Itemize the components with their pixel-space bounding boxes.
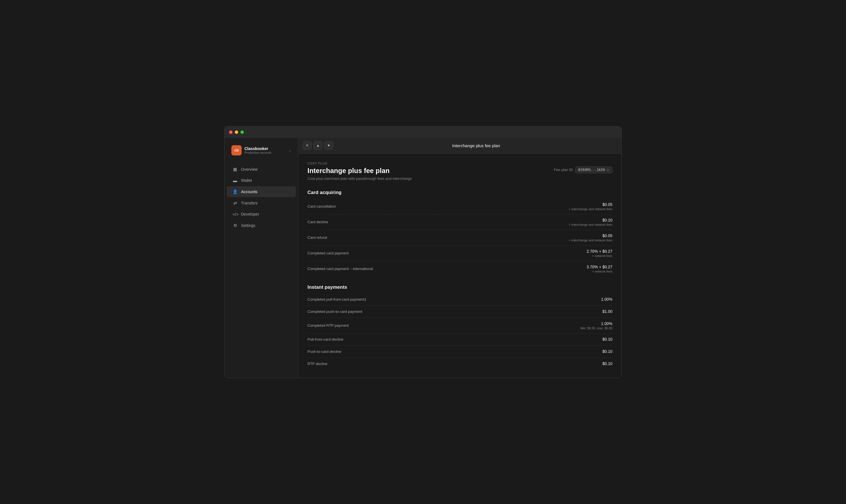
fee-sub: + interchange and network fees xyxy=(569,223,612,226)
fee-label: Pull-from-card decline xyxy=(308,337,343,341)
sidebar: cb Classbooker Production account ⌄ ▦ Ov… xyxy=(225,138,298,378)
transfers-icon: ⇄ xyxy=(232,200,238,205)
account-logo: cb xyxy=(231,145,242,156)
sidebar-item-wallet[interactable]: ▬ Wallet xyxy=(227,175,296,186)
fee-label: Card decline xyxy=(308,220,328,224)
fee-amount: $0.10 xyxy=(569,218,612,222)
sidebar-item-developer[interactable]: </> Developer xyxy=(227,209,296,219)
fee-row-pull-decline: Pull-from-card decline $0.10 xyxy=(308,334,612,346)
main-content: ✕ ▲ ▼ Interchange plus fee plan COST PLU… xyxy=(298,138,621,378)
fee-row-card-cancellation: Card cancellation $0.05 + interchange an… xyxy=(308,199,612,214)
fee-plan-id-text: B39XM3...1KX9 xyxy=(578,168,605,172)
panel-title: Interchange plus fee plan xyxy=(335,143,617,148)
fee-amount: $0.05 xyxy=(569,233,612,238)
sidebar-nav: ▦ Overview ▬ Wallet 👤 Accounts ⇄ Transfe… xyxy=(225,164,298,231)
wallet-icon: ▬ xyxy=(232,178,238,183)
account-selector[interactable]: cb Classbooker Production account ⌄ xyxy=(227,142,296,158)
close-panel-button[interactable]: ✕ xyxy=(303,141,311,150)
fee-value: 2.70% + $0.27 + network fees xyxy=(587,249,612,257)
fee-value: $0.10 xyxy=(602,337,612,342)
fee-amount: $1.00 xyxy=(602,309,612,314)
fee-amount: $0.05 xyxy=(569,202,612,207)
sidebar-item-accounts[interactable]: 👤 Accounts xyxy=(227,186,296,197)
fee-label: Completed push-to-card payment xyxy=(308,309,362,314)
fee-amount: 2.70% + $0.27 xyxy=(587,249,612,254)
plan-badge: COST PLUS xyxy=(308,162,612,165)
fee-value: 1.00% Min: $0.50, max: $5.00 xyxy=(581,321,612,330)
app-layout: cb Classbooker Production account ⌄ ▦ Ov… xyxy=(225,138,621,378)
sidebar-item-transfers[interactable]: ⇄ Transfers xyxy=(227,198,296,209)
account-type: Production account xyxy=(244,151,286,154)
fee-amount: $0.10 xyxy=(602,337,612,341)
card-acquiring-table: Card cancellation $0.05 + interchange an… xyxy=(308,199,612,276)
fee-label: RTP decline xyxy=(308,362,327,366)
fee-label: Card cancellation xyxy=(308,204,336,209)
card-acquiring-section: Card acquiring Card cancellation $0.05 +… xyxy=(308,190,612,276)
sidebar-item-label: Transfers xyxy=(241,201,258,205)
fee-plan-id-value: B39XM3...1KX9 ⧉ xyxy=(575,166,612,173)
close-button[interactable] xyxy=(229,130,232,134)
navigate-up-button[interactable]: ▲ xyxy=(314,141,322,150)
title-bar xyxy=(225,126,621,138)
navigate-down-button[interactable]: ▼ xyxy=(325,141,333,150)
sidebar-item-label: Wallet xyxy=(241,178,252,183)
fee-sub: Min: $0.50, max: $5.00 xyxy=(581,326,612,330)
sidebar-item-overview[interactable]: ▦ Overview xyxy=(227,164,296,175)
overview-icon: ▦ xyxy=(232,167,238,172)
panel-header: ✕ ▲ ▼ Interchange plus fee plan xyxy=(298,138,621,154)
minimize-button[interactable] xyxy=(235,130,238,134)
app-window: cb Classbooker Production account ⌄ ▦ Ov… xyxy=(224,126,622,378)
account-name: Classbooker xyxy=(244,146,286,151)
fee-value: $1.00 xyxy=(602,309,612,314)
settings-icon: ⚙ xyxy=(232,223,238,228)
fee-row-pull-from-card: Completed pull-from-card payment1 1.00% xyxy=(308,293,612,306)
fee-amount: 1.00% xyxy=(601,297,612,302)
fee-value: $0.10 xyxy=(602,361,612,366)
fee-value: $0.05 + interchange and network fees xyxy=(569,233,612,242)
fee-sub: + network fees xyxy=(587,254,612,257)
instant-payments-table: Completed pull-from-card payment1 1.00% … xyxy=(308,293,612,370)
fee-row-card-decline: Card decline $0.10 + interchange and net… xyxy=(308,214,612,230)
fee-amount: 3.70% + $0.27 xyxy=(587,265,612,269)
instant-payments-section: Instant payments Completed pull-from-car… xyxy=(308,285,612,370)
sidebar-item-label: Overview xyxy=(241,167,258,172)
fee-value: 1.00% xyxy=(601,297,612,302)
fee-row-rtp-decline: RTP decline $0.10 xyxy=(308,358,612,370)
fee-row-completed-card: Completed card payment 2.70% + $0.27 + n… xyxy=(308,246,612,261)
fee-label: Completed card payment xyxy=(308,251,349,255)
card-acquiring-title: Card acquiring xyxy=(308,190,612,195)
fee-amount: $0.10 xyxy=(602,361,612,366)
fee-plan-id-container: Fee plan ID B39XM3...1KX9 ⧉ xyxy=(554,166,612,173)
plan-header: COST PLUS Interchange plus fee plan Cost… xyxy=(308,162,612,181)
fee-plan-id-label: Fee plan ID xyxy=(554,168,573,172)
sidebar-item-label: Developer xyxy=(241,212,259,216)
fee-label: Completed RTP payment xyxy=(308,323,349,328)
accounts-icon: 👤 xyxy=(232,189,238,194)
fee-value: $0.10 + interchange and network fees xyxy=(569,218,612,226)
fee-value: $0.05 + interchange and network fees xyxy=(569,202,612,211)
fee-value: 3.70% + $0.27 + network fees xyxy=(587,265,612,273)
plan-description: Cost-plus merchant plan with passthrough… xyxy=(308,176,612,181)
maximize-button[interactable] xyxy=(240,130,244,134)
fee-value: $0.10 xyxy=(602,349,612,354)
account-info: Classbooker Production account xyxy=(244,146,286,154)
fee-label: Completed card payment – international xyxy=(308,267,373,271)
fee-label: Push-to-card decline xyxy=(308,349,341,354)
fee-amount: $0.10 xyxy=(602,349,612,354)
fee-row-card-refund: Card refund $0.05 + interchange and netw… xyxy=(308,230,612,246)
panel-body: COST PLUS Interchange plus fee plan Cost… xyxy=(298,154,621,378)
fee-sub: + network fees xyxy=(587,270,612,273)
sidebar-item-label: Accounts xyxy=(241,190,258,194)
fee-row-completed-card-intl: Completed card payment – international 3… xyxy=(308,261,612,276)
instant-payments-title: Instant payments xyxy=(308,285,612,290)
copy-icon[interactable]: ⧉ xyxy=(607,168,609,172)
fee-sub: + interchange and network fees xyxy=(569,207,612,211)
sidebar-item-settings[interactable]: ⚙ Settings xyxy=(227,220,296,231)
fee-row-push-decline: Push-to-card decline $0.10 xyxy=(308,346,612,358)
fee-label: Completed pull-from-card payment1 xyxy=(308,297,366,302)
fee-label: Card refund xyxy=(308,235,327,240)
fee-row-rtp: Completed RTP payment 1.00% Min: $0.50, … xyxy=(308,318,612,334)
sidebar-item-label: Settings xyxy=(241,223,256,228)
fee-row-push-to-card: Completed push-to-card payment $1.00 xyxy=(308,306,612,318)
fee-sub: + interchange and network fees xyxy=(569,238,612,242)
